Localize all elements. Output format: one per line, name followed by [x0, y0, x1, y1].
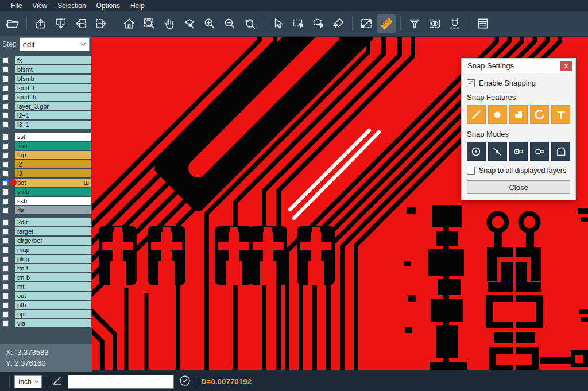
- corner-snap-button[interactable]: [551, 142, 570, 161]
- layer-checkbox[interactable]: [2, 103, 9, 110]
- filter-icon[interactable]: [405, 14, 424, 33]
- layer-checkbox[interactable]: [2, 189, 9, 195]
- layer-row-ssb[interactable]: ssb: [0, 196, 92, 206]
- enable-snapping-row[interactable]: ✓ Enable Snapping: [467, 79, 570, 87]
- layer-checkbox[interactable]: [2, 320, 9, 327]
- layer-checkbox[interactable]: [2, 293, 9, 299]
- layer-row-tm-t[interactable]: tm-t: [0, 264, 92, 273]
- layer-checkbox[interactable]: [2, 67, 9, 73]
- arc-snap-button[interactable]: [530, 105, 549, 124]
- layer-checkbox[interactable]: [2, 152, 9, 158]
- layer-checkbox[interactable]: [2, 180, 9, 186]
- layer-checkbox[interactable]: [2, 219, 9, 226]
- snap-all-layers-checkbox[interactable]: [467, 167, 475, 175]
- zoom-in-icon[interactable]: [200, 14, 219, 33]
- layer-row-l2[interactable]: l2: [0, 160, 92, 169]
- zoom-previous-icon[interactable]: [241, 14, 259, 33]
- measure-input[interactable]: [68, 375, 174, 389]
- layer-row-l3plus1[interactable]: l3+1: [0, 120, 92, 129]
- layer-row-smd_b[interactable]: smd_b: [0, 92, 92, 102]
- layer-checkbox[interactable]: [2, 143, 9, 149]
- nudge-right-icon[interactable]: [92, 14, 110, 33]
- rectangle-select-icon[interactable]: [289, 14, 307, 33]
- layer-row-tm-b[interactable]: tm-b: [0, 273, 92, 282]
- home-view-icon[interactable]: [120, 14, 138, 33]
- layer-checkbox[interactable]: [2, 265, 9, 272]
- layer-checkbox[interactable]: [2, 311, 9, 318]
- nudge-left-icon[interactable]: [72, 14, 90, 33]
- apply-measure-icon[interactable]: [179, 374, 191, 389]
- layer-row-bfsmt[interactable]: bfsmt: [0, 65, 92, 74]
- snap-magnet-icon[interactable]: [446, 14, 464, 33]
- zoom-polygon-icon[interactable]: [180, 14, 199, 33]
- layer-checkbox[interactable]: [2, 238, 9, 244]
- layer-row-plug[interactable]: plug: [0, 254, 92, 264]
- layer-row-layer_3[interactable]: layer_3.gbr: [0, 102, 92, 111]
- layer-row-via[interactable]: via: [0, 319, 92, 328]
- dialog-title-bar[interactable]: Snap Settings x: [462, 59, 575, 73]
- layer-checkbox[interactable]: [2, 207, 9, 214]
- layer-checkbox[interactable]: [2, 122, 9, 128]
- enable-snapping-checkbox[interactable]: ✓: [467, 79, 475, 87]
- nudge-down-icon[interactable]: [52, 14, 70, 33]
- feature-outline-snap-button[interactable]: [530, 142, 549, 161]
- layer-row-fx[interactable]: fx: [0, 56, 92, 65]
- layer-checkbox[interactable]: [2, 134, 9, 140]
- measure-line-icon[interactable]: [357, 14, 376, 33]
- layer-checkbox[interactable]: [2, 113, 9, 119]
- zoom-window-icon[interactable]: [140, 14, 158, 33]
- layer-row-bfsmb[interactable]: bfsmb: [0, 74, 92, 83]
- report-icon[interactable]: [474, 14, 492, 33]
- layer-checkbox[interactable]: [2, 171, 9, 177]
- layer-row-out[interactable]: out: [0, 291, 92, 300]
- units-dropdown[interactable]: Inch: [14, 375, 42, 388]
- menu-options[interactable]: Options: [91, 1, 125, 11]
- layer-checkbox[interactable]: [2, 302, 9, 308]
- layer-checkbox[interactable]: [2, 161, 9, 168]
- select-cursor-icon[interactable]: [269, 14, 287, 33]
- layer-row-smd_t[interactable]: smd_t: [0, 83, 92, 92]
- layer-row-2dir[interactable]: 2dir--: [0, 218, 92, 227]
- layer-checkbox[interactable]: [2, 198, 9, 204]
- whole-feature-snap-button[interactable]: [509, 142, 528, 161]
- layer-row-bot-selected[interactable]: bot⊞: [0, 178, 92, 187]
- line-snap-button[interactable]: [467, 105, 486, 124]
- step-dropdown[interactable]: edit: [20, 37, 90, 51]
- layer-checkbox[interactable]: [2, 229, 9, 235]
- surface-snap-button[interactable]: [509, 105, 528, 124]
- center-snap-button[interactable]: [467, 142, 486, 161]
- layer-row-sst[interactable]: sst: [0, 132, 92, 141]
- layer-row-l2plus1[interactable]: l2+1: [0, 111, 92, 120]
- dialog-close-icon[interactable]: x: [560, 61, 572, 71]
- layer-checkbox[interactable]: [2, 85, 9, 91]
- zoom-out-icon[interactable]: [220, 14, 239, 33]
- open-folder-icon[interactable]: [3, 14, 22, 33]
- dialog-close-button[interactable]: Close: [467, 180, 570, 194]
- layer-checkbox[interactable]: [2, 94, 9, 100]
- measure-ruler-icon[interactable]: [377, 14, 396, 33]
- layer-row-top[interactable]: top: [0, 150, 92, 160]
- layer-row-dirgerber[interactable]: dirgerber: [0, 236, 92, 245]
- layer-row-smt[interactable]: smt: [0, 141, 92, 150]
- pcb-canvas[interactable]: Snap Settings x ✓ Enable Snapping Snap F…: [92, 36, 588, 372]
- layer-checkbox[interactable]: [2, 256, 9, 262]
- cleanup-brush-icon[interactable]: [329, 14, 347, 33]
- layer-row-npt[interactable]: npt: [0, 309, 92, 319]
- view-options-icon[interactable]: [425, 14, 444, 33]
- layer-row-target[interactable]: target: [0, 227, 92, 236]
- menu-selection[interactable]: Selection: [52, 1, 91, 11]
- layer-row-pth[interactable]: pth: [0, 300, 92, 309]
- nearest-point-snap-button[interactable]: [488, 142, 507, 161]
- layer-row-l3[interactable]: l3: [0, 169, 92, 178]
- layer-row-mt[interactable]: mt: [0, 282, 92, 291]
- nudge-up-icon[interactable]: [32, 14, 50, 33]
- layer-row-map[interactable]: map: [0, 245, 92, 254]
- menu-help[interactable]: Help: [125, 1, 150, 11]
- pad-snap-button[interactable]: [488, 105, 507, 124]
- layer-checkbox[interactable]: [2, 284, 9, 290]
- layer-checkbox[interactable]: [2, 57, 9, 64]
- layer-checkbox[interactable]: [2, 76, 9, 82]
- layer-grid-icon[interactable]: ⊞: [84, 180, 89, 186]
- angle-measure-icon[interactable]: [52, 375, 63, 388]
- pan-hand-icon[interactable]: [160, 14, 179, 33]
